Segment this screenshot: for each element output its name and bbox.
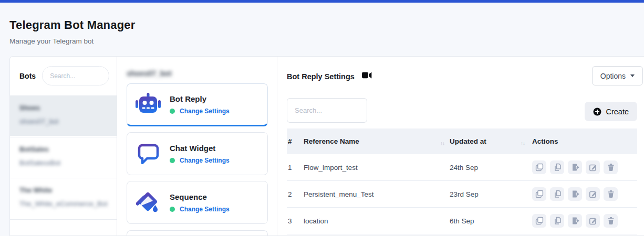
clone-button[interactable] <box>532 214 546 228</box>
bot-username: BotSalesxBot <box>19 159 60 167</box>
bot-username: The_White_eCommerce_Bot <box>19 200 108 208</box>
edit-button[interactable] <box>586 187 600 201</box>
feature-card-title: Bot Reply <box>170 94 230 103</box>
export-icon <box>571 163 579 171</box>
feature-card-link-row: Change Settings <box>170 206 230 213</box>
sort-icon[interactable]: ↑↓ <box>521 141 525 146</box>
copy-icon <box>553 217 562 225</box>
copy-button[interactable] <box>550 214 564 228</box>
row-num: 3 <box>287 217 303 225</box>
table-header-row: # Reference Name ↑↓ Updated at ↑↓ Action… <box>287 128 637 154</box>
delete-button[interactable] <box>604 214 618 228</box>
bots-title: Bots <box>19 72 36 80</box>
sort-icon[interactable]: ↑↓ <box>440 141 444 146</box>
bot-reply-settings-panel: Bot Reply Settings Options <box>277 57 644 235</box>
col-header-updated: Updated at ↑↓ <box>449 136 531 146</box>
row-actions <box>531 214 637 228</box>
plus-circle-icon <box>593 108 601 116</box>
row-reference-name: Persistent_menu_Test <box>303 190 449 198</box>
bot-list-item-clipped[interactable] <box>10 219 117 235</box>
options-button-label: Options <box>600 72 626 80</box>
settings-title-wrap: Bot Reply Settings <box>287 71 372 81</box>
bot-list-item[interactable]: The White The_White_eCommerce_Bot <box>10 178 117 218</box>
copy-button[interactable] <box>550 187 564 201</box>
edit-button[interactable] <box>586 160 600 174</box>
table-row: 1 Flow_import_test 24th Sep <box>287 154 637 181</box>
row-updated-at: 23rd Sep <box>449 190 531 198</box>
bots-search-input[interactable] <box>42 66 109 85</box>
copy-button[interactable] <box>550 160 564 174</box>
bot-name: BotSales <box>19 145 49 153</box>
page-subtitle: Manage your Telegram bot <box>9 37 635 45</box>
export-icon <box>571 190 579 198</box>
delete-icon <box>607 163 615 171</box>
feature-card-link-row: Change Settings <box>170 108 230 115</box>
bots-sidebar: Bots Shoes shoes07_bot BotSales BotSales… <box>10 57 117 235</box>
table-row: 2 Persistent_menu_Test 23rd Sep <box>287 181 637 208</box>
col-header-updated-label: Updated at <box>450 137 486 145</box>
feature-card-body: Chat Widget Change Settings <box>170 144 230 164</box>
create-button-label: Create <box>606 108 629 116</box>
feature-card-body: Sequence Change Settings <box>170 192 230 213</box>
row-actions <box>531 160 637 174</box>
page-title: Telegram Bot Manager <box>9 18 635 32</box>
row-num: 1 <box>287 164 303 171</box>
delete-icon <box>607 217 615 225</box>
caret-down-icon <box>630 74 635 77</box>
delete-icon <box>607 190 615 198</box>
feature-card-bot-reply[interactable]: Bot Reply Change Settings <box>127 83 268 126</box>
clone-button[interactable] <box>532 187 546 201</box>
feature-card-title: Chat Widget <box>170 144 230 153</box>
create-button[interactable]: Create <box>585 102 637 121</box>
bot-username: shoes07_bot <box>19 117 58 125</box>
feature-card-chat-widget[interactable]: Chat Widget Change Settings <box>127 132 268 175</box>
robot-icon <box>134 92 162 117</box>
col-header-reference-label: Reference Name <box>304 137 359 145</box>
feature-card-link-row: Change Settings <box>170 157 230 164</box>
bot-list-item-selected[interactable]: Shoes shoes07_bot <box>10 95 117 136</box>
clone-button[interactable] <box>532 160 546 174</box>
table-row: 3 location 6th Sep <box>287 208 637 234</box>
bots-sidebar-header: Bots <box>10 57 117 95</box>
bot-name: The White <box>19 186 52 194</box>
bot-reply-table: # Reference Name ↑↓ Updated at ↑↓ Action… <box>287 128 637 234</box>
settings-panel-title: Bot Reply Settings <box>287 72 355 81</box>
change-settings-link[interactable]: Change Settings <box>180 157 230 164</box>
row-updated-at: 24th Sep <box>449 164 531 171</box>
options-button[interactable]: Options <box>592 66 643 85</box>
bot-name: Shoes <box>19 104 40 112</box>
edit-icon <box>589 190 597 198</box>
row-num: 2 <box>287 190 303 198</box>
clone-icon <box>535 163 544 171</box>
col-header-reference: Reference Name ↑↓ <box>303 136 449 146</box>
current-bot-username: shoes07_bot <box>127 69 172 78</box>
video-camera-icon[interactable] <box>362 71 372 81</box>
delete-button[interactable] <box>604 187 618 201</box>
export-button[interactable] <box>568 214 582 228</box>
col-header-actions: Actions <box>531 137 637 145</box>
export-button[interactable] <box>568 187 582 201</box>
chat-bubble-icon <box>134 141 162 166</box>
bot-feature-menu: shoes07_bot Bot Reply <box>117 57 277 235</box>
clone-icon <box>535 217 544 225</box>
bot-list-item[interactable]: BotSales BotSalesxBot <box>10 137 117 177</box>
export-icon <box>571 217 579 225</box>
edit-icon <box>589 163 597 171</box>
feature-card-sequence[interactable]: Sequence Change Settings <box>127 181 268 224</box>
edit-icon <box>589 217 597 225</box>
status-dot-icon <box>170 207 175 212</box>
row-updated-at: 6th Sep <box>449 217 531 225</box>
feature-card-title: Sequence <box>170 192 230 201</box>
row-reference-name: location <box>303 217 449 225</box>
change-settings-link[interactable]: Change Settings <box>180 108 230 115</box>
feature-card-clipped[interactable] <box>127 230 268 236</box>
copy-icon <box>553 163 562 171</box>
main-panel: Bots Shoes shoes07_bot BotSales BotSales… <box>9 56 644 236</box>
change-settings-link[interactable]: Change Settings <box>180 206 230 213</box>
reference-search-input[interactable] <box>287 98 367 123</box>
delete-button[interactable] <box>604 160 618 174</box>
export-button[interactable] <box>568 160 582 174</box>
edit-button[interactable] <box>586 214 600 228</box>
paint-bucket-icon <box>134 190 162 215</box>
col-header-num: # <box>287 137 303 145</box>
